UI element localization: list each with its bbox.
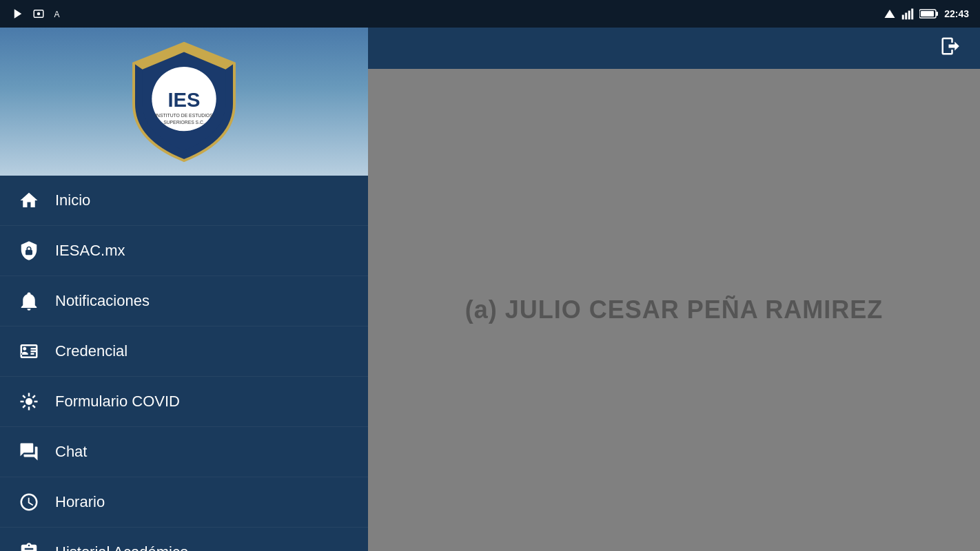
wifi-icon (884, 8, 896, 20)
svg-rect-8 (911, 9, 913, 20)
inicio-label: Inicio (55, 191, 90, 209)
sidebar-item-chat[interactable]: Chat (0, 427, 368, 477)
status-bar: A 22:43 (0, 0, 980, 28)
status-bar-right: 22:43 (884, 8, 969, 20)
historial-academico-label: Historial Académico (55, 543, 188, 551)
sidebar-menu: Inicio IESAC.mx Notificaciones (0, 176, 368, 551)
svg-rect-10 (936, 12, 938, 16)
shield-web-icon (17, 238, 41, 263)
battery-icon (919, 8, 939, 19)
svg-point-16 (25, 398, 32, 405)
ies-logo: IES INSTITUTO DE ESTUDIOS SUPERIORES S.C… (129, 40, 239, 164)
sidebar-item-historial-academico[interactable]: Historial Académico (0, 528, 368, 551)
svg-line-21 (23, 395, 25, 398)
sidebar-item-inicio[interactable]: Inicio (0, 176, 368, 226)
clock-icon (17, 490, 41, 514)
svg-line-24 (23, 405, 25, 408)
signal-icon (901, 8, 914, 20)
top-bar (368, 28, 980, 69)
main-container: IES INSTITUTO DE ESTUDIOS SUPERIORES S.C… (0, 28, 980, 551)
svg-rect-7 (908, 11, 910, 20)
sidebar: IES INSTITUTO DE ESTUDIOS SUPERIORES S.C… (0, 28, 368, 551)
formulario-covid-label: Formulario COVID (55, 393, 180, 410)
iesac-label: IESAC.mx (55, 242, 125, 260)
chat-icon (17, 439, 41, 464)
content-area: (a) JULIO CESAR PEÑA RAMIREZ (368, 28, 980, 551)
time-display: 22:43 (944, 8, 969, 19)
covid-icon (17, 389, 41, 414)
svg-marker-0 (14, 9, 22, 19)
svg-marker-4 (885, 10, 895, 18)
home-icon (17, 188, 41, 213)
status-bar-left: A (11, 7, 66, 21)
svg-point-2 (37, 12, 41, 16)
play-icon (11, 7, 25, 21)
logout-button[interactable] (935, 30, 966, 67)
sidebar-item-notificaciones[interactable]: Notificaciones (0, 276, 368, 326)
svg-rect-6 (905, 13, 907, 20)
sidebar-item-iesac[interactable]: IESAC.mx (0, 226, 368, 276)
notificaciones-label: Notificaciones (55, 292, 150, 310)
svg-rect-5 (902, 15, 904, 20)
credencial-label: Credencial (55, 342, 127, 360)
chat-label: Chat (55, 443, 87, 461)
svg-line-23 (32, 395, 35, 398)
svg-line-22 (32, 405, 35, 408)
content-main: (a) JULIO CESAR PEÑA RAMIREZ (368, 69, 980, 551)
sidebar-item-formulario-covid[interactable]: Formulario COVID (0, 377, 368, 427)
id-card-icon (17, 339, 41, 364)
academic-icon (17, 540, 41, 551)
svg-text:A: A (54, 10, 60, 19)
bell-icon (17, 289, 41, 313)
svg-text:IES: IES (167, 89, 200, 111)
svg-rect-11 (921, 11, 934, 17)
sidebar-item-horario[interactable]: Horario (0, 477, 368, 528)
horario-label: Horario (55, 493, 105, 511)
user-name: (a) JULIO CESAR PEÑA RAMIREZ (465, 295, 884, 324)
accessibility-icon: A (52, 7, 66, 21)
svg-text:INSTITUTO DE ESTUDIOS: INSTITUTO DE ESTUDIOS (155, 112, 213, 117)
svg-text:SUPERIORES S.C.: SUPERIORES S.C. (163, 119, 205, 124)
media-icon (32, 7, 45, 21)
sidebar-logo: IES INSTITUTO DE ESTUDIOS SUPERIORES S.C… (0, 28, 368, 176)
sidebar-item-credencial[interactable]: Credencial (0, 326, 368, 377)
